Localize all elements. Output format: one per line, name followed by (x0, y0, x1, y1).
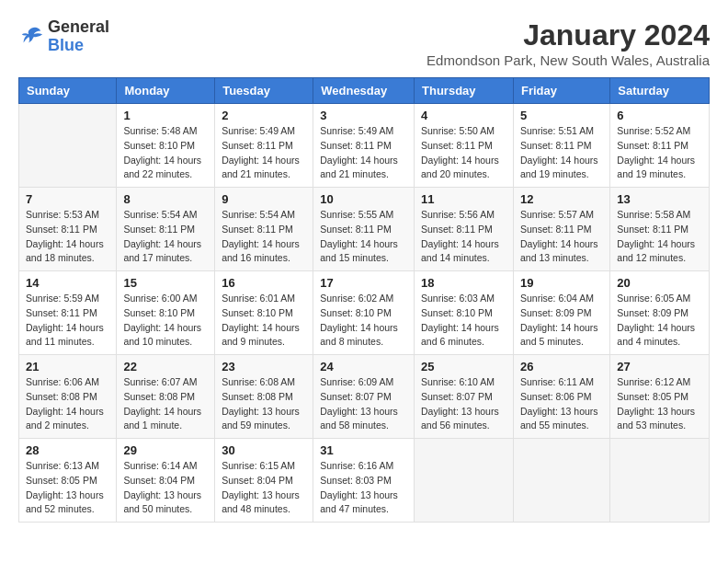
day-number: 29 (123, 443, 208, 457)
logo-blue: Blue (48, 37, 109, 55)
calendar-week-row: 21Sunrise: 6:06 AMSunset: 8:08 PMDayligh… (19, 355, 710, 439)
day-number: 13 (617, 192, 702, 206)
calendar-cell: 1Sunrise: 5:48 AMSunset: 8:10 PMDaylight… (117, 104, 215, 188)
logo: General Blue (18, 18, 109, 55)
day-info: Sunrise: 5:52 AMSunset: 8:11 PMDaylight:… (617, 124, 702, 182)
calendar-cell: 15Sunrise: 6:00 AMSunset: 8:10 PMDayligh… (117, 271, 215, 355)
column-header-sunday: Sunday (19, 78, 117, 104)
day-info: Sunrise: 6:11 AMSunset: 8:06 PMDaylight:… (520, 375, 603, 433)
calendar-cell: 17Sunrise: 6:02 AMSunset: 8:10 PMDayligh… (313, 271, 415, 355)
calendar-week-row: 1Sunrise: 5:48 AMSunset: 8:10 PMDaylight… (19, 104, 710, 188)
calendar-week-row: 14Sunrise: 5:59 AMSunset: 8:11 PMDayligh… (19, 271, 710, 355)
day-number: 31 (320, 443, 407, 457)
day-info: Sunrise: 5:53 AMSunset: 8:11 PMDaylight:… (26, 208, 109, 266)
day-number: 16 (222, 276, 306, 290)
day-number: 10 (320, 192, 407, 206)
calendar-cell: 10Sunrise: 5:55 AMSunset: 8:11 PMDayligh… (313, 188, 415, 271)
day-number: 8 (123, 192, 208, 206)
day-info: Sunrise: 6:02 AMSunset: 8:10 PMDaylight:… (320, 292, 407, 350)
day-number: 6 (617, 109, 702, 122)
day-number: 22 (123, 360, 208, 373)
calendar-cell: 26Sunrise: 6:11 AMSunset: 8:06 PMDayligh… (513, 355, 609, 439)
calendar-cell (19, 104, 117, 188)
calendar-cell: 25Sunrise: 6:10 AMSunset: 8:07 PMDayligh… (415, 355, 514, 439)
day-info: Sunrise: 6:12 AMSunset: 8:05 PMDaylight:… (617, 375, 702, 433)
calendar-cell: 11Sunrise: 5:56 AMSunset: 8:11 PMDayligh… (415, 188, 514, 271)
calendar-cell: 2Sunrise: 5:49 AMSunset: 8:11 PMDaylight… (215, 104, 313, 188)
day-info: Sunrise: 6:14 AMSunset: 8:04 PMDaylight:… (123, 459, 208, 517)
day-info: Sunrise: 5:49 AMSunset: 8:11 PMDaylight:… (222, 124, 306, 182)
column-header-tuesday: Tuesday (215, 78, 313, 104)
column-header-friday: Friday (513, 78, 609, 104)
column-header-monday: Monday (117, 78, 215, 104)
day-info: Sunrise: 6:06 AMSunset: 8:08 PMDaylight:… (26, 375, 109, 433)
main-title: January 2024 (427, 18, 710, 52)
day-number: 9 (222, 192, 306, 206)
day-info: Sunrise: 6:03 AMSunset: 8:10 PMDaylight:… (421, 292, 506, 350)
calendar-week-row: 28Sunrise: 6:13 AMSunset: 8:05 PMDayligh… (19, 439, 710, 523)
day-number: 12 (520, 192, 603, 206)
day-info: Sunrise: 6:00 AMSunset: 8:10 PMDaylight:… (123, 292, 208, 350)
day-number: 24 (320, 360, 407, 373)
title-block: January 2024 Edmondson Park, New South W… (427, 18, 710, 68)
calendar-cell: 27Sunrise: 6:12 AMSunset: 8:05 PMDayligh… (610, 355, 710, 439)
page-header: General Blue January 2024 Edmondson Park… (18, 18, 710, 68)
calendar-table: SundayMondayTuesdayWednesdayThursdayFrid… (18, 77, 710, 523)
day-info: Sunrise: 6:13 AMSunset: 8:05 PMDaylight:… (26, 459, 109, 517)
day-number: 26 (520, 360, 603, 373)
column-header-wednesday: Wednesday (313, 78, 415, 104)
calendar-cell (513, 439, 609, 523)
day-number: 4 (421, 109, 506, 122)
calendar-cell: 31Sunrise: 6:16 AMSunset: 8:03 PMDayligh… (313, 439, 415, 523)
day-number: 18 (421, 276, 506, 290)
day-number: 1 (123, 109, 208, 122)
calendar-cell: 12Sunrise: 5:57 AMSunset: 8:11 PMDayligh… (513, 188, 609, 271)
day-info: Sunrise: 5:51 AMSunset: 8:11 PMDaylight:… (520, 124, 603, 182)
day-number: 23 (222, 360, 306, 373)
calendar-cell: 3Sunrise: 5:49 AMSunset: 8:11 PMDaylight… (313, 104, 415, 188)
day-number: 11 (421, 192, 506, 206)
calendar-cell: 30Sunrise: 6:15 AMSunset: 8:04 PMDayligh… (215, 439, 313, 523)
column-header-thursday: Thursday (415, 78, 514, 104)
calendar-week-row: 7Sunrise: 5:53 AMSunset: 8:11 PMDaylight… (19, 188, 710, 271)
day-info: Sunrise: 6:01 AMSunset: 8:10 PMDaylight:… (222, 292, 306, 350)
calendar-cell: 23Sunrise: 6:08 AMSunset: 8:08 PMDayligh… (215, 355, 313, 439)
day-info: Sunrise: 6:08 AMSunset: 8:08 PMDaylight:… (222, 375, 306, 433)
day-number: 20 (617, 276, 702, 290)
day-number: 30 (222, 443, 306, 457)
calendar-cell: 6Sunrise: 5:52 AMSunset: 8:11 PMDaylight… (610, 104, 710, 188)
calendar-cell: 20Sunrise: 6:05 AMSunset: 8:09 PMDayligh… (610, 271, 710, 355)
day-number: 3 (320, 109, 407, 122)
day-number: 25 (421, 360, 506, 373)
calendar-cell: 28Sunrise: 6:13 AMSunset: 8:05 PMDayligh… (19, 439, 117, 523)
day-info: Sunrise: 6:05 AMSunset: 8:09 PMDaylight:… (617, 292, 702, 350)
day-info: Sunrise: 6:09 AMSunset: 8:07 PMDaylight:… (320, 375, 407, 433)
day-info: Sunrise: 5:59 AMSunset: 8:11 PMDaylight:… (26, 292, 109, 350)
day-info: Sunrise: 6:04 AMSunset: 8:09 PMDaylight:… (520, 292, 603, 350)
day-info: Sunrise: 5:58 AMSunset: 8:11 PMDaylight:… (617, 208, 702, 266)
column-header-saturday: Saturday (610, 78, 710, 104)
day-info: Sunrise: 6:07 AMSunset: 8:08 PMDaylight:… (123, 375, 208, 433)
logo-bird-icon (18, 24, 44, 50)
calendar-cell: 5Sunrise: 5:51 AMSunset: 8:11 PMDaylight… (513, 104, 609, 188)
day-number: 19 (520, 276, 603, 290)
day-number: 27 (617, 360, 702, 373)
subtitle: Edmondson Park, New South Wales, Austral… (427, 52, 710, 68)
calendar-cell: 13Sunrise: 5:58 AMSunset: 8:11 PMDayligh… (610, 188, 710, 271)
day-number: 17 (320, 276, 407, 290)
day-number: 7 (26, 192, 109, 206)
day-info: Sunrise: 5:54 AMSunset: 8:11 PMDaylight:… (123, 208, 208, 266)
calendar-cell: 22Sunrise: 6:07 AMSunset: 8:08 PMDayligh… (117, 355, 215, 439)
calendar-cell: 8Sunrise: 5:54 AMSunset: 8:11 PMDaylight… (117, 188, 215, 271)
day-info: Sunrise: 6:10 AMSunset: 8:07 PMDaylight:… (421, 375, 506, 433)
day-info: Sunrise: 5:56 AMSunset: 8:11 PMDaylight:… (421, 208, 506, 266)
calendar-cell: 9Sunrise: 5:54 AMSunset: 8:11 PMDaylight… (215, 188, 313, 271)
day-info: Sunrise: 5:54 AMSunset: 8:11 PMDaylight:… (222, 208, 306, 266)
calendar-cell (610, 439, 710, 523)
day-number: 28 (26, 443, 109, 457)
day-info: Sunrise: 5:50 AMSunset: 8:11 PMDaylight:… (421, 124, 506, 182)
day-info: Sunrise: 6:15 AMSunset: 8:04 PMDaylight:… (222, 459, 306, 517)
day-info: Sunrise: 5:49 AMSunset: 8:11 PMDaylight:… (320, 124, 407, 182)
day-info: Sunrise: 5:55 AMSunset: 8:11 PMDaylight:… (320, 208, 407, 266)
calendar-cell: 14Sunrise: 5:59 AMSunset: 8:11 PMDayligh… (19, 271, 117, 355)
